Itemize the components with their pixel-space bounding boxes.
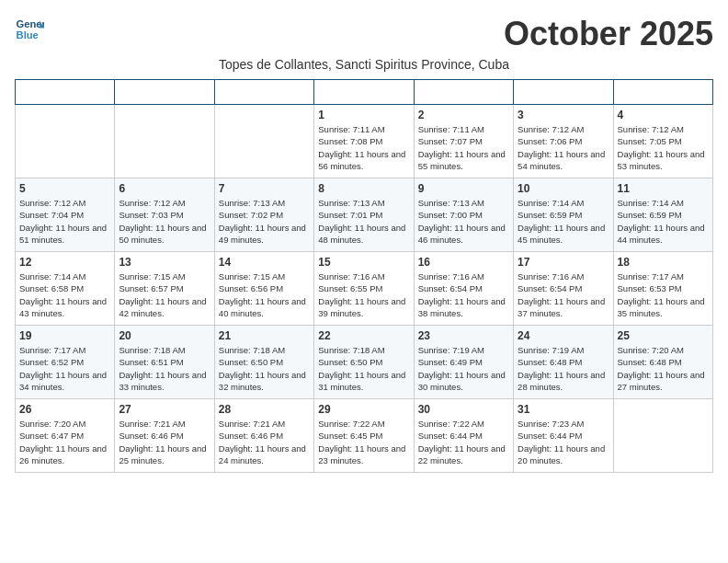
calendar-cell: 6Sunrise: 7:12 AM Sunset: 7:03 PM Daylig… <box>115 178 214 252</box>
weekday-header-friday: Friday <box>514 80 613 105</box>
day-number: 20 <box>119 329 210 342</box>
calendar-cell: 10Sunrise: 7:14 AM Sunset: 6:59 PM Dayli… <box>514 178 613 252</box>
calendar-cell: 7Sunrise: 7:13 AM Sunset: 7:02 PM Daylig… <box>214 178 313 252</box>
calendar-cell: 20Sunrise: 7:18 AM Sunset: 6:51 PM Dayli… <box>115 326 214 399</box>
day-info: Sunrise: 7:15 AM Sunset: 6:57 PM Dayligh… <box>119 270 210 319</box>
day-info: Sunrise: 7:12 AM Sunset: 7:05 PM Dayligh… <box>618 123 709 172</box>
day-number: 23 <box>418 329 509 342</box>
calendar-cell: 18Sunrise: 7:17 AM Sunset: 6:53 PM Dayli… <box>613 252 712 326</box>
day-info: Sunrise: 7:16 AM Sunset: 6:54 PM Dayligh… <box>418 270 509 319</box>
day-number: 26 <box>19 403 110 416</box>
day-info: Sunrise: 7:17 AM Sunset: 6:52 PM Dayligh… <box>19 344 110 393</box>
day-number: 14 <box>219 256 310 269</box>
calendar-cell: 29Sunrise: 7:22 AM Sunset: 6:45 PM Dayli… <box>314 399 414 473</box>
day-info: Sunrise: 7:11 AM Sunset: 7:08 PM Dayligh… <box>318 123 409 172</box>
calendar-cell: 28Sunrise: 7:21 AM Sunset: 6:46 PM Dayli… <box>214 399 313 473</box>
day-number: 12 <box>19 256 110 269</box>
day-number: 2 <box>418 109 509 121</box>
day-info: Sunrise: 7:14 AM Sunset: 6:58 PM Dayligh… <box>19 270 110 319</box>
day-number: 5 <box>19 182 110 195</box>
calendar-cell: 26Sunrise: 7:20 AM Sunset: 6:47 PM Dayli… <box>16 399 115 473</box>
day-number: 7 <box>219 182 310 195</box>
calendar-cell: 3Sunrise: 7:12 AM Sunset: 7:06 PM Daylig… <box>514 105 613 178</box>
day-info: Sunrise: 7:13 AM Sunset: 7:00 PM Dayligh… <box>418 197 509 246</box>
calendar-table: SundayMondayTuesdayWednesdayThursdayFrid… <box>15 79 713 473</box>
calendar-cell: 14Sunrise: 7:15 AM Sunset: 6:56 PM Dayli… <box>214 252 313 326</box>
calendar-subtitle: Topes de Collantes, Sancti Spiritus Prov… <box>15 57 713 72</box>
calendar-week-row: 1Sunrise: 7:11 AM Sunset: 7:08 PM Daylig… <box>16 105 713 178</box>
calendar-cell: 23Sunrise: 7:19 AM Sunset: 6:49 PM Dayli… <box>414 326 513 399</box>
day-info: Sunrise: 7:21 AM Sunset: 6:46 PM Dayligh… <box>119 418 210 466</box>
day-number: 25 <box>618 329 709 342</box>
calendar-cell: 22Sunrise: 7:18 AM Sunset: 6:50 PM Dayli… <box>314 326 414 399</box>
logo: General Blue <box>15 15 44 44</box>
day-info: Sunrise: 7:16 AM Sunset: 6:55 PM Dayligh… <box>318 270 409 319</box>
calendar-cell <box>115 105 214 178</box>
calendar-cell: 2Sunrise: 7:11 AM Sunset: 7:07 PM Daylig… <box>414 105 513 178</box>
day-info: Sunrise: 7:13 AM Sunset: 7:02 PM Dayligh… <box>219 197 310 246</box>
weekday-header-sunday: Sunday <box>16 80 115 105</box>
day-info: Sunrise: 7:21 AM Sunset: 6:46 PM Dayligh… <box>219 418 310 466</box>
day-info: Sunrise: 7:12 AM Sunset: 7:03 PM Dayligh… <box>119 197 210 246</box>
calendar-week-row: 5Sunrise: 7:12 AM Sunset: 7:04 PM Daylig… <box>16 178 713 252</box>
day-info: Sunrise: 7:12 AM Sunset: 7:06 PM Dayligh… <box>518 123 609 172</box>
day-number: 19 <box>19 329 110 342</box>
calendar-week-row: 26Sunrise: 7:20 AM Sunset: 6:47 PM Dayli… <box>16 399 713 473</box>
day-number: 3 <box>518 109 609 121</box>
day-info: Sunrise: 7:11 AM Sunset: 7:07 PM Dayligh… <box>418 123 509 172</box>
day-number: 6 <box>119 182 210 195</box>
day-number: 27 <box>119 403 210 416</box>
day-info: Sunrise: 7:22 AM Sunset: 6:44 PM Dayligh… <box>418 418 509 466</box>
day-number: 17 <box>518 256 609 269</box>
day-number: 13 <box>119 256 210 269</box>
day-number: 8 <box>318 182 409 195</box>
calendar-cell: 1Sunrise: 7:11 AM Sunset: 7:08 PM Daylig… <box>314 105 414 178</box>
day-number: 21 <box>219 329 310 342</box>
day-number: 9 <box>418 182 509 195</box>
calendar-cell: 17Sunrise: 7:16 AM Sunset: 6:54 PM Dayli… <box>514 252 613 326</box>
day-number: 29 <box>318 403 409 416</box>
calendar-cell: 25Sunrise: 7:20 AM Sunset: 6:48 PM Dayli… <box>613 326 712 399</box>
day-info: Sunrise: 7:12 AM Sunset: 7:04 PM Dayligh… <box>19 197 110 246</box>
day-info: Sunrise: 7:13 AM Sunset: 7:01 PM Dayligh… <box>318 197 409 246</box>
day-number: 16 <box>418 256 509 269</box>
calendar-cell: 9Sunrise: 7:13 AM Sunset: 7:00 PM Daylig… <box>414 178 513 252</box>
calendar-cell: 15Sunrise: 7:16 AM Sunset: 6:55 PM Dayli… <box>314 252 414 326</box>
calendar-cell <box>613 399 712 473</box>
calendar-cell: 21Sunrise: 7:18 AM Sunset: 6:50 PM Dayli… <box>214 326 313 399</box>
month-title: October 2025 <box>504 15 713 53</box>
day-info: Sunrise: 7:15 AM Sunset: 6:56 PM Dayligh… <box>219 270 310 319</box>
day-number: 18 <box>618 256 709 269</box>
logo-icon: General Blue <box>15 15 44 44</box>
calendar-cell: 16Sunrise: 7:16 AM Sunset: 6:54 PM Dayli… <box>414 252 513 326</box>
day-info: Sunrise: 7:17 AM Sunset: 6:53 PM Dayligh… <box>618 270 709 319</box>
calendar-cell: 13Sunrise: 7:15 AM Sunset: 6:57 PM Dayli… <box>115 252 214 326</box>
calendar-cell: 5Sunrise: 7:12 AM Sunset: 7:04 PM Daylig… <box>16 178 115 252</box>
day-number: 15 <box>318 256 409 269</box>
day-info: Sunrise: 7:22 AM Sunset: 6:45 PM Dayligh… <box>318 418 409 466</box>
day-info: Sunrise: 7:19 AM Sunset: 6:49 PM Dayligh… <box>418 344 509 393</box>
calendar-cell <box>16 105 115 178</box>
calendar-cell: 4Sunrise: 7:12 AM Sunset: 7:05 PM Daylig… <box>613 105 712 178</box>
day-number: 31 <box>518 403 609 416</box>
weekday-header-row: SundayMondayTuesdayWednesdayThursdayFrid… <box>16 80 713 105</box>
calendar-week-row: 19Sunrise: 7:17 AM Sunset: 6:52 PM Dayli… <box>16 326 713 399</box>
day-number: 10 <box>518 182 609 195</box>
day-number: 1 <box>318 109 409 121</box>
day-number: 24 <box>518 329 609 342</box>
calendar-cell: 8Sunrise: 7:13 AM Sunset: 7:01 PM Daylig… <box>314 178 414 252</box>
day-info: Sunrise: 7:23 AM Sunset: 6:44 PM Dayligh… <box>518 418 609 466</box>
day-info: Sunrise: 7:14 AM Sunset: 6:59 PM Dayligh… <box>518 197 609 246</box>
day-info: Sunrise: 7:16 AM Sunset: 6:54 PM Dayligh… <box>518 270 609 319</box>
day-info: Sunrise: 7:18 AM Sunset: 6:51 PM Dayligh… <box>119 344 210 393</box>
day-info: Sunrise: 7:20 AM Sunset: 6:48 PM Dayligh… <box>618 344 709 393</box>
page-header: General Blue October 2025 <box>15 15 713 53</box>
calendar-cell: 11Sunrise: 7:14 AM Sunset: 6:59 PM Dayli… <box>613 178 712 252</box>
day-number: 22 <box>318 329 409 342</box>
calendar-cell: 31Sunrise: 7:23 AM Sunset: 6:44 PM Dayli… <box>514 399 613 473</box>
weekday-header-thursday: Thursday <box>414 80 513 105</box>
weekday-header-monday: Monday <box>115 80 214 105</box>
day-number: 30 <box>418 403 509 416</box>
day-number: 4 <box>618 109 709 121</box>
day-info: Sunrise: 7:20 AM Sunset: 6:47 PM Dayligh… <box>19 418 110 466</box>
